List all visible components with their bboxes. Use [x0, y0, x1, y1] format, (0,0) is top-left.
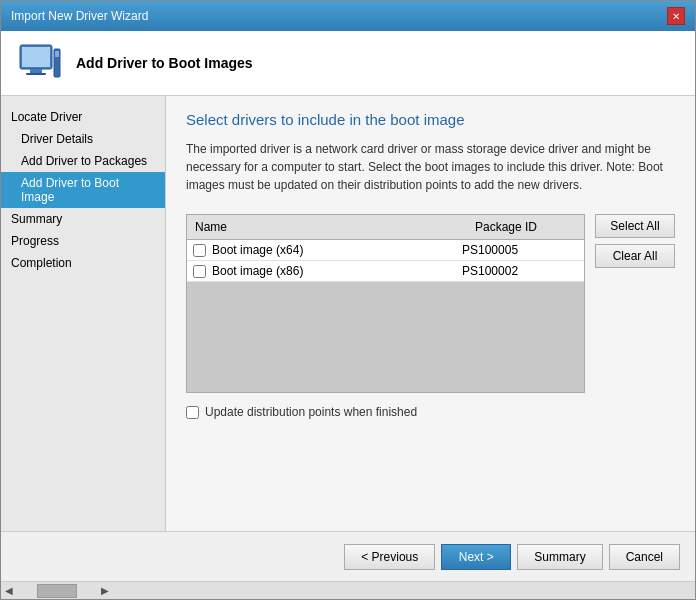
- svg-rect-5: [55, 51, 59, 57]
- section-title: Select drivers to include in the boot im…: [186, 111, 675, 128]
- svg-rect-1: [22, 47, 50, 67]
- boot-image-x86-pkg: PS100002: [462, 264, 584, 278]
- description-text: The imported driver is a network card dr…: [186, 140, 675, 194]
- update-distribution-row: Update distribution points when finished: [186, 405, 585, 419]
- boot-image-x64-name: Boot image (x64): [212, 243, 462, 257]
- next-button[interactable]: Next >: [441, 544, 511, 570]
- boot-image-x64-pkg: PS100005: [462, 243, 584, 257]
- table-side-buttons: Select All Clear All: [595, 214, 675, 268]
- content-area: Locate Driver Driver Details Add Driver …: [1, 96, 695, 531]
- summary-button[interactable]: Summary: [517, 544, 602, 570]
- sidebar-item-summary[interactable]: Summary: [1, 208, 165, 230]
- scroll-thumb[interactable]: [37, 584, 77, 598]
- boot-image-x64-checkbox[interactable]: [193, 244, 206, 257]
- main-content: Select drivers to include in the boot im…: [166, 96, 695, 531]
- boot-image-x86-name: Boot image (x86): [212, 264, 462, 278]
- scroll-left-arrow[interactable]: ◀: [1, 585, 17, 596]
- footer: < Previous Next > Summary Cancel: [1, 531, 695, 581]
- package-id-column-header: Package ID: [467, 218, 584, 236]
- update-distribution-label: Update distribution points when finished: [205, 405, 417, 419]
- title-bar-controls: ✕: [667, 7, 685, 25]
- table-wrapper: Name Package ID Boot image (x64) PS10000…: [186, 214, 585, 419]
- select-all-button[interactable]: Select All: [595, 214, 675, 238]
- scroll-right-arrow[interactable]: ▶: [97, 585, 113, 596]
- sidebar-item-completion[interactable]: Completion: [1, 252, 165, 274]
- boot-images-table: Name Package ID Boot image (x64) PS10000…: [186, 214, 585, 393]
- window-title: Import New Driver Wizard: [11, 9, 148, 23]
- wizard-icon: [16, 39, 64, 87]
- clear-all-button[interactable]: Clear All: [595, 244, 675, 268]
- header-title: Add Driver to Boot Images: [76, 55, 253, 71]
- sidebar-item-add-to-boot-image[interactable]: Add Driver to Boot Image: [1, 172, 165, 208]
- table-area: Name Package ID Boot image (x64) PS10000…: [186, 214, 675, 419]
- svg-rect-3: [26, 73, 46, 75]
- table-header: Name Package ID: [187, 215, 584, 240]
- sidebar-item-progress[interactable]: Progress: [1, 230, 165, 252]
- cancel-button[interactable]: Cancel: [609, 544, 680, 570]
- previous-button[interactable]: < Previous: [344, 544, 435, 570]
- close-button[interactable]: ✕: [667, 7, 685, 25]
- horizontal-scrollbar[interactable]: ◀ ▶: [1, 581, 695, 599]
- table-row: Boot image (x64) PS100005: [187, 240, 584, 261]
- sidebar: Locate Driver Driver Details Add Driver …: [1, 96, 166, 531]
- table-empty-area: [187, 282, 584, 392]
- boot-image-x86-checkbox[interactable]: [193, 265, 206, 278]
- table-row: Boot image (x86) PS100002: [187, 261, 584, 282]
- sidebar-item-locate-driver[interactable]: Locate Driver: [1, 106, 165, 128]
- title-bar: Import New Driver Wizard ✕: [1, 1, 695, 31]
- update-distribution-checkbox[interactable]: [186, 406, 199, 419]
- svg-rect-2: [30, 69, 42, 73]
- header-area: Add Driver to Boot Images: [1, 31, 695, 96]
- wizard-window: Import New Driver Wizard ✕ Add Driver to…: [0, 0, 696, 600]
- sidebar-item-driver-details[interactable]: Driver Details: [1, 128, 165, 150]
- name-column-header: Name: [187, 218, 467, 236]
- sidebar-item-add-to-packages[interactable]: Add Driver to Packages: [1, 150, 165, 172]
